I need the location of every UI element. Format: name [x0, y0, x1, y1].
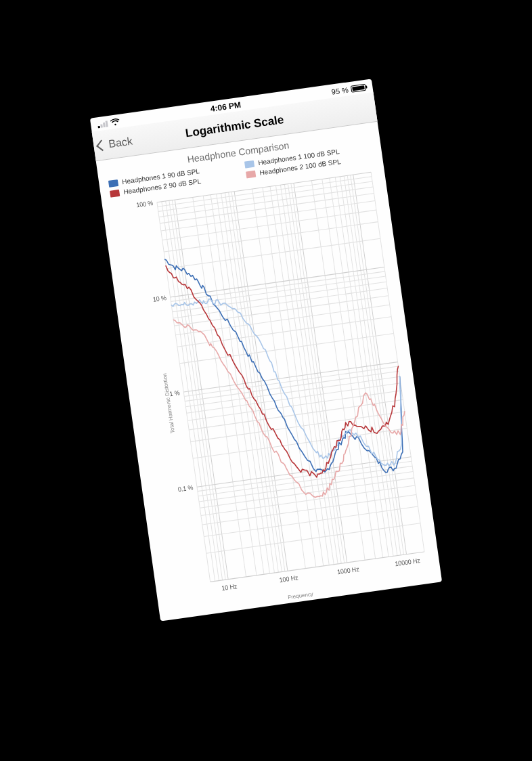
page-title: Logarithmic Scale: [185, 113, 285, 140]
svg-text:1000 Hz: 1000 Hz: [337, 565, 360, 575]
status-left: [97, 117, 120, 129]
svg-text:0.1 %: 0.1 %: [177, 484, 194, 494]
phone-screen: 4:06 PM 95 % Back Logarithmic Scale Head…: [90, 79, 442, 621]
svg-text:10000 Hz: 10000 Hz: [395, 557, 421, 568]
chart-container: Headphone Comparison Headphones 1 90 dB …: [96, 122, 442, 622]
legend-swatch-3: [110, 189, 120, 197]
chart-plot[interactable]: Total Harmonic Distortion 100 %10 %1 %0.…: [128, 167, 433, 608]
svg-text:10 Hz: 10 Hz: [221, 583, 238, 592]
svg-text:100 %: 100 %: [136, 199, 154, 209]
chevron-left-icon: [96, 139, 108, 151]
battery-icon: [351, 84, 366, 93]
svg-text:100 Hz: 100 Hz: [279, 574, 298, 584]
battery-percent: 95 %: [331, 85, 349, 95]
chart-svg: 100 %10 %1 %0.1 %10 Hz100 Hz1000 Hz10000…: [128, 167, 433, 608]
legend-swatch-4: [246, 170, 256, 178]
wifi-icon: [110, 117, 120, 127]
legend-swatch-1: [108, 179, 118, 188]
cellular-signal-icon: [97, 120, 108, 128]
back-button[interactable]: Back: [96, 127, 135, 160]
svg-line-34: [210, 552, 424, 582]
legend-swatch-2: [244, 160, 254, 168]
svg-text:10 %: 10 %: [152, 295, 167, 303]
back-label: Back: [108, 135, 133, 150]
